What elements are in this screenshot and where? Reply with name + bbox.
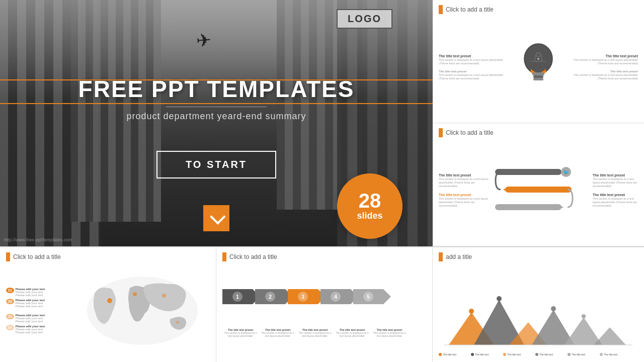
main-content: FREE PPT TEMPLATES product department ye… (0, 75, 433, 178)
bthumb3-title-row: add a title (439, 252, 638, 261)
step-label-2: The title text presetThis section is dis… (260, 328, 296, 338)
orange-accent-3 (6, 252, 10, 261)
right-thumb-1[interactable]: Click to add a title The title text pres… (433, 0, 644, 123)
orange-accent-1 (439, 5, 443, 14)
bthumb2-title: Click to add a title (229, 253, 277, 260)
svg-text:1: 1 (236, 294, 239, 300)
watermark-text: http://www.free-pptTemplates.com (4, 237, 72, 242)
badge-text: slides (357, 211, 382, 222)
bottom-thumb-3[interactable]: add a title (433, 247, 644, 362)
bottom-thumbnails: Click to add a title 01 Please edit your… (0, 246, 644, 362)
step-label-4: The title text presetThis section is dis… (334, 328, 370, 338)
thumb1-text-1: The title text preset This section is di… (439, 54, 510, 65)
logo-box: LOGO (337, 9, 392, 29)
orange-accent-4 (222, 252, 226, 261)
chevron-down-icon[interactable] (203, 205, 229, 231)
bottom-thumb-2[interactable]: Click to add a title 1 (216, 247, 433, 362)
mountain-chart (439, 290, 638, 352)
svg-text:🐦: 🐦 (563, 169, 570, 175)
step-label-3: The title text presetThis section is dis… (297, 328, 333, 338)
bthumb1-title: Click to add a title (13, 253, 61, 260)
logo-text: LOGO (348, 13, 381, 24)
svg-text:3: 3 (301, 294, 304, 300)
bthumb2-title-row: Click to add a title (222, 252, 426, 261)
map-item-2: 02 Please edit your textPlease edit your… (6, 299, 71, 308)
right-thumb-2[interactable]: Click to add a title The title text pres… (433, 123, 644, 246)
right-thumbnails: Click to add a title The title text pres… (433, 0, 644, 246)
map-item-4: 04 Please edit your textPlease edit your… (6, 325, 71, 334)
snake-arrow-diagram: 🐦 (493, 162, 589, 219)
bottom-thumb-1[interactable]: Click to add a title 01 Please edit your… (0, 247, 216, 362)
slides-badge: 28 slides (337, 173, 403, 239)
thumb2-text-left-1: The title text preset This section is di… (439, 173, 489, 188)
thumb1-title-row: Click to add a title (439, 5, 638, 14)
step-label-1: The title text presetThis section is dis… (222, 328, 259, 338)
svg-text:4: 4 (334, 294, 338, 300)
page-layout: ✈ ^ ^ ^ LOGO FREE PPT TEMPLATES product … (0, 0, 644, 362)
svg-text:5: 5 (367, 294, 370, 300)
thumb2-text-right-1: The title text preset This section is di… (593, 173, 638, 188)
svg-point-6 (537, 58, 539, 60)
step-label-5: The title text presetThis section is dis… (371, 328, 408, 338)
thumb2-text-right-2: The title text preset This section is di… (593, 193, 638, 208)
thumb2-title-row: Click to add a title (439, 128, 638, 137)
thumb2-text-left-2: The title text preset This section is di… (439, 193, 489, 208)
steps-diagram: 1 2 3 4 5 (222, 284, 426, 326)
chart-legend: The title text The title text The title … (439, 353, 638, 356)
badge-number: 28 (359, 191, 381, 211)
svg-point-39 (582, 314, 586, 318)
airplane-icon: ✈ (195, 30, 212, 52)
svg-point-13 (107, 298, 112, 303)
svg-point-15 (162, 294, 166, 298)
orange-accent-5 (439, 252, 443, 261)
thumb1-text-4: The title text preset This section is di… (574, 70, 638, 80)
svg-rect-3 (533, 78, 543, 80)
to-start-button[interactable]: TO START (156, 151, 276, 178)
svg-text:2: 2 (269, 294, 272, 300)
thumb1-text-2: The title text preset This section is di… (439, 70, 510, 80)
bthumb3-title: add a title (446, 253, 472, 260)
orange-accent-2 (439, 128, 443, 137)
map-item-1: 01 Please edit your textPlease edit your… (6, 288, 71, 297)
map-item-3: 03 Please edit your textPlease edit your… (6, 314, 71, 323)
svg-rect-1 (532, 72, 544, 75)
thumb2-title: Click to add a title (446, 129, 494, 136)
thumb1-title: Click to add a title (446, 6, 494, 13)
main-subtitle: product department yeard-end summary (0, 111, 433, 122)
svg-rect-2 (533, 75, 543, 78)
main-title: FREE PPT TEMPLATES (0, 75, 433, 103)
world-map (74, 273, 210, 348)
svg-point-14 (133, 292, 137, 296)
bthumb1-title-row: Click to add a title (6, 252, 210, 261)
svg-point-16 (176, 321, 179, 324)
thumb1-text-3: The title text preset This section is di… (574, 54, 638, 65)
lightbulb-icon (513, 36, 564, 99)
